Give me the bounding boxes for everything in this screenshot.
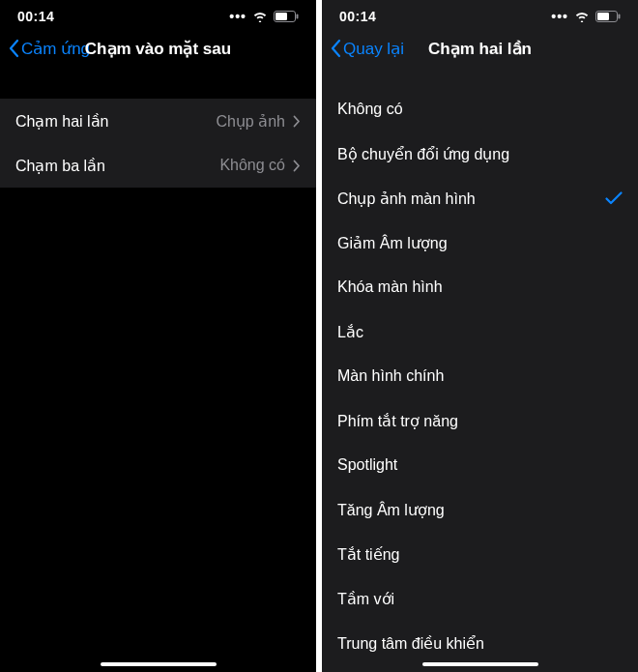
row-label: Chụp ảnh màn hình xyxy=(337,190,476,208)
page-title: Chạm vào mặt sau xyxy=(85,39,231,59)
option-row[interactable]: Trung tâm điều khiển xyxy=(322,621,638,665)
row-label: Chạm ba lần xyxy=(15,157,105,175)
option-row[interactable]: Tầm với xyxy=(322,576,638,621)
row-label: Chạm hai lần xyxy=(15,112,108,131)
back-button[interactable]: Cảm ứng xyxy=(8,39,90,59)
wifi-icon xyxy=(574,11,590,22)
row-label: Lắc xyxy=(337,323,363,341)
row-label: Màn hình chính xyxy=(337,367,444,385)
row-label: Trung tâm điều khiển xyxy=(337,634,484,653)
status-time: 00:14 xyxy=(17,9,54,24)
settings-row[interactable]: Chạm ba lầnKhông có xyxy=(0,143,316,188)
row-label: Không có xyxy=(337,101,403,118)
chevron-right-icon xyxy=(293,115,301,128)
option-row[interactable]: Chụp ảnh màn hình xyxy=(322,176,638,220)
row-label: Tầm với xyxy=(337,590,394,608)
battery-icon xyxy=(274,11,299,22)
wifi-icon xyxy=(252,11,268,22)
row-label: Khóa màn hình xyxy=(337,278,443,296)
svg-rect-5 xyxy=(619,15,621,19)
home-indicator[interactable] xyxy=(101,662,217,666)
svg-rect-1 xyxy=(276,13,287,20)
option-row[interactable]: Phím tắt trợ năng xyxy=(322,398,638,443)
row-label: Giảm Âm lượng xyxy=(337,234,448,252)
back-label: Cảm ứng xyxy=(21,39,90,59)
option-row[interactable]: Bộ chuyển đổi ứng dụng xyxy=(322,131,638,176)
row-label: Spotlight xyxy=(337,456,397,474)
option-row[interactable]: Màn hình chính xyxy=(322,354,638,398)
home-indicator[interactable] xyxy=(422,662,538,666)
options-section: Không cóBộ chuyển đổi ứng dụngChụp ảnh m… xyxy=(322,87,638,672)
phone-screen-right: 00:14 ••• Quay lại Chạm hai lần Không có… xyxy=(322,0,638,672)
settings-row[interactable]: Chạm hai lầnChụp ảnh xyxy=(0,99,316,143)
row-right: Chụp ảnh xyxy=(216,112,301,131)
battery-icon xyxy=(595,11,621,22)
status-time: 00:14 xyxy=(339,9,376,24)
option-row[interactable]: Spotlight xyxy=(322,443,638,487)
status-bar: 00:14 ••• xyxy=(322,0,638,27)
row-label: Bộ chuyển đổi ứng dụng xyxy=(337,145,509,163)
chevron-right-icon xyxy=(293,160,301,172)
phone-screen-left: 00:14 ••• Cảm ứng Chạm vào mặt sau Chạm … xyxy=(0,0,316,672)
signal-ellipsis-icon: ••• xyxy=(229,9,246,24)
row-label: Phím tắt trợ năng xyxy=(337,412,458,430)
page-title: Chạm hai lần xyxy=(428,39,532,59)
row-right: Không có xyxy=(219,157,301,174)
status-icons: ••• xyxy=(229,9,299,24)
svg-rect-4 xyxy=(597,13,609,20)
row-value: Không có xyxy=(219,157,285,174)
svg-rect-2 xyxy=(297,15,299,19)
checkmark-icon xyxy=(605,191,623,205)
back-label: Quay lại xyxy=(343,39,404,59)
status-bar: 00:14 ••• xyxy=(0,0,316,27)
back-button[interactable]: Quay lại xyxy=(330,39,404,59)
row-label: Tắt tiếng xyxy=(337,545,399,564)
row-value: Chụp ảnh xyxy=(216,112,285,131)
settings-section: Chạm hai lầnChụp ảnhChạm ba lầnKhông có xyxy=(0,99,316,188)
chevron-left-icon xyxy=(8,39,19,58)
option-row[interactable]: Tắt tiếng xyxy=(322,532,638,576)
row-label: Tăng Âm lượng xyxy=(337,501,445,519)
chevron-left-icon xyxy=(330,39,341,58)
row-right xyxy=(605,191,623,205)
option-row[interactable]: Giảm Âm lượng xyxy=(322,220,638,265)
option-row[interactable]: Trung tâm thông báo xyxy=(322,665,638,672)
option-row[interactable]: Lắc xyxy=(322,309,638,354)
option-row[interactable]: Tăng Âm lượng xyxy=(322,487,638,532)
option-row[interactable]: Không có xyxy=(322,87,638,131)
option-row[interactable]: Khóa màn hình xyxy=(322,265,638,309)
nav-bar: Quay lại Chạm hai lần xyxy=(322,27,638,70)
nav-bar: Cảm ứng Chạm vào mặt sau xyxy=(0,27,316,70)
signal-ellipsis-icon: ••• xyxy=(551,9,568,24)
status-icons: ••• xyxy=(551,9,621,24)
